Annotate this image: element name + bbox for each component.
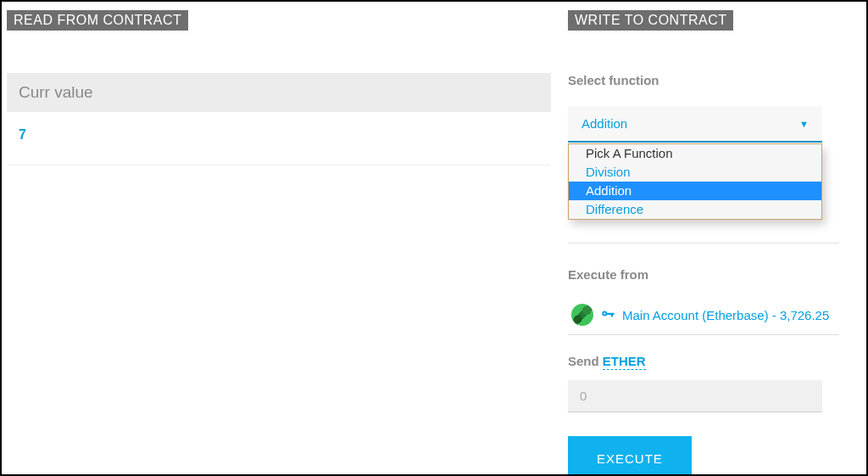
curr-value: 7 — [7, 112, 551, 165]
execute-button[interactable]: EXECUTE — [568, 436, 692, 476]
send-label-prefix: Send — [568, 354, 603, 368]
send-amount-input[interactable] — [568, 380, 822, 412]
function-select-value: Addition — [581, 116, 627, 131]
dropdown-placeholder: Pick A Function — [569, 144, 821, 163]
write-section-title: WRITE TO CONTRACT — [568, 10, 733, 31]
function-select[interactable]: Addition ▼ — [568, 106, 822, 143]
dropdown-item-difference[interactable]: Difference — [569, 200, 821, 219]
dropdown-item-addition[interactable]: Addition — [569, 182, 821, 200]
function-dropdown: Pick A Function Division Addition Differ… — [568, 143, 822, 220]
send-label: Send ETHER — [568, 354, 861, 368]
account-name: Main Account (Etherbase) - 3,726.25 — [622, 308, 829, 322]
read-section-title: READ FROM CONTRACT — [7, 10, 188, 31]
execute-from-label: Execute from — [568, 267, 861, 282]
dropdown-item-division[interactable]: Division — [569, 163, 821, 182]
curr-value-label: Curr value — [7, 73, 551, 112]
chevron-down-icon: ▼ — [799, 119, 809, 129]
key-icon — [600, 307, 615, 322]
send-currency-link[interactable]: ETHER — [603, 354, 646, 370]
write-column: WRITE TO CONTRACT Select function Additi… — [568, 10, 861, 466]
function-select-wrap: Addition ▼ Pick A Function Division Addi… — [568, 106, 861, 143]
select-function-label: Select function — [568, 73, 861, 87]
curr-value-card: Curr value 7 — [7, 73, 551, 165]
account-select[interactable]: Main Account (Etherbase) - 3,726.25 — [568, 297, 839, 335]
divider — [568, 243, 839, 244]
read-column: READ FROM CONTRACT Curr value 7 — [7, 10, 568, 466]
account-avatar-icon — [571, 304, 593, 326]
contract-panel: READ FROM CONTRACT Curr value 7 WRITE TO… — [0, 0, 868, 476]
